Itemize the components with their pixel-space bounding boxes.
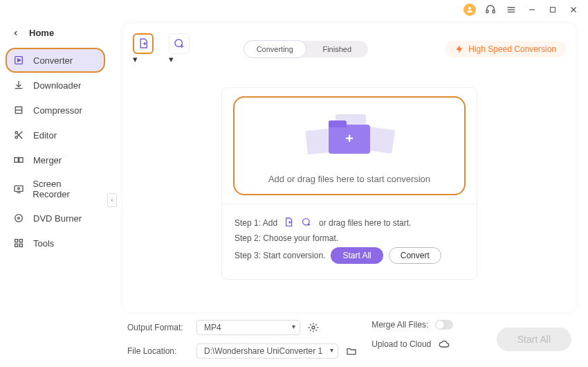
svg-rect-1 xyxy=(486,10,488,13)
converter-icon xyxy=(12,54,25,66)
sidebar-item-compressor[interactable]: Compressor xyxy=(6,98,105,123)
sidebar-item-label: Editor xyxy=(33,130,57,141)
merge-label: Merge All Files: xyxy=(371,320,428,330)
svg-point-41 xyxy=(312,326,315,329)
svg-rect-2 xyxy=(493,10,495,13)
merger-icon xyxy=(12,154,25,166)
scissors-icon xyxy=(12,129,25,141)
main: ▾ ▾ Converting Finished High Speed Conve… xyxy=(111,19,588,367)
target-plus-icon xyxy=(173,37,185,50)
steps: Step 1: Add or drag files here to start.… xyxy=(222,204,477,279)
home-label: Home xyxy=(29,28,54,38)
sidebar-item-converter[interactable]: Converter xyxy=(6,48,105,73)
svg-point-32 xyxy=(175,39,183,47)
folder-illustration: + xyxy=(235,111,464,167)
svg-point-14 xyxy=(15,132,17,134)
grid-icon xyxy=(12,237,25,249)
add-url-button[interactable]: ▾ xyxy=(169,33,190,64)
step-3: Step 3: Start conversion. Start All Conv… xyxy=(235,247,464,264)
disc-icon xyxy=(12,212,25,224)
status-tabs: Converting Finished xyxy=(244,41,368,57)
doc-plus-icon xyxy=(137,37,149,50)
folder-icon[interactable] xyxy=(345,345,358,357)
home-link[interactable]: Home xyxy=(6,25,105,48)
sidebar-item-label: Converter xyxy=(33,55,73,66)
collapse-sidebar-button[interactable]: ‹ xyxy=(107,193,117,207)
svg-point-22 xyxy=(17,188,19,190)
chevron-left-icon xyxy=(12,30,19,37)
doc-plus-icon xyxy=(283,217,295,229)
sidebar-item-label: Merger xyxy=(33,155,62,165)
folder-icon: + xyxy=(329,125,370,154)
file-location-select[interactable]: D:\Wondershare UniConverter 1 xyxy=(196,343,338,359)
svg-rect-19 xyxy=(19,158,23,163)
file-location-label: File Location: xyxy=(127,346,190,356)
chevron-down-icon[interactable]: ▾ xyxy=(133,54,138,64)
svg-rect-26 xyxy=(15,240,18,242)
svg-marker-35 xyxy=(457,45,463,53)
sidebar-item-merger[interactable]: Merger xyxy=(6,147,105,172)
dropzone-text: Add or drag files here to start conversi… xyxy=(235,174,464,184)
svg-point-0 xyxy=(468,7,471,10)
chevron-down-icon[interactable]: ▾ xyxy=(169,54,174,64)
close-button[interactable] xyxy=(567,3,580,16)
titlebar xyxy=(0,0,588,19)
svg-marker-11 xyxy=(18,59,21,62)
svg-point-24 xyxy=(15,215,23,222)
svg-point-25 xyxy=(18,217,20,220)
screen-icon xyxy=(12,183,24,195)
svg-point-15 xyxy=(15,136,17,138)
sidebar-item-editor[interactable]: Editor xyxy=(6,123,105,147)
minimize-button[interactable] xyxy=(526,3,538,16)
start-all-button[interactable]: Start All xyxy=(331,247,383,264)
start-all-footer-button: Start All xyxy=(497,328,571,351)
high-speed-badge[interactable]: High Speed Conversion xyxy=(445,41,566,57)
add-file-button[interactable]: ▾ xyxy=(133,33,154,64)
avatar[interactable] xyxy=(463,3,476,16)
footer: Output Format: MP4 File Location: D:\Won… xyxy=(123,312,576,359)
svg-rect-29 xyxy=(19,244,22,247)
tab-finished[interactable]: Finished xyxy=(306,41,368,57)
sidebar: Home Converter Downloader Compressor Edi… xyxy=(0,19,111,367)
compressor-icon xyxy=(12,104,25,116)
step-2: Step 2: Choose your format. xyxy=(235,233,464,243)
svg-point-38 xyxy=(303,218,309,224)
convert-button[interactable]: Convert xyxy=(389,247,441,264)
svg-rect-28 xyxy=(15,244,18,247)
file-card: + Add or drag files here to start conver… xyxy=(221,87,477,280)
step-1: Step 1: Add or drag files here to start. xyxy=(235,217,464,229)
cloud-icon[interactable] xyxy=(438,338,450,350)
sidebar-item-tools[interactable]: Tools xyxy=(6,231,105,256)
bolt-icon xyxy=(454,44,464,54)
svg-rect-7 xyxy=(551,8,555,12)
hamburger-icon[interactable] xyxy=(505,3,517,16)
sidebar-item-label: Downloader xyxy=(33,80,81,91)
sidebar-item-label: Screen Recorder xyxy=(33,179,98,199)
sidebar-item-dvd-burner[interactable]: DVD Burner xyxy=(6,206,105,231)
svg-rect-18 xyxy=(15,158,18,163)
sidebar-item-label: Compressor xyxy=(33,105,82,116)
headset-icon[interactable] xyxy=(484,3,497,16)
download-icon xyxy=(12,79,25,91)
output-format-select[interactable]: MP4 xyxy=(196,320,300,335)
sidebar-item-label: DVD Burner xyxy=(33,213,82,224)
upload-label: Upload to Cloud xyxy=(371,339,431,349)
maximize-button[interactable] xyxy=(546,3,559,16)
tab-converting[interactable]: Converting xyxy=(244,40,306,58)
sidebar-item-downloader[interactable]: Downloader xyxy=(6,73,105,98)
svg-rect-21 xyxy=(15,186,23,191)
output-format-label: Output Format: xyxy=(127,323,190,332)
svg-rect-27 xyxy=(19,240,22,242)
target-plus-icon xyxy=(301,217,313,229)
sidebar-item-screen-recorder[interactable]: Screen Recorder xyxy=(6,172,105,206)
gear-icon[interactable] xyxy=(307,321,320,334)
merge-toggle[interactable] xyxy=(435,320,453,330)
toolbar: ▾ ▾ Converting Finished High Speed Conve… xyxy=(133,33,566,64)
dropzone[interactable]: + Add or drag files here to start conver… xyxy=(233,96,466,195)
sidebar-item-label: Tools xyxy=(33,238,54,249)
